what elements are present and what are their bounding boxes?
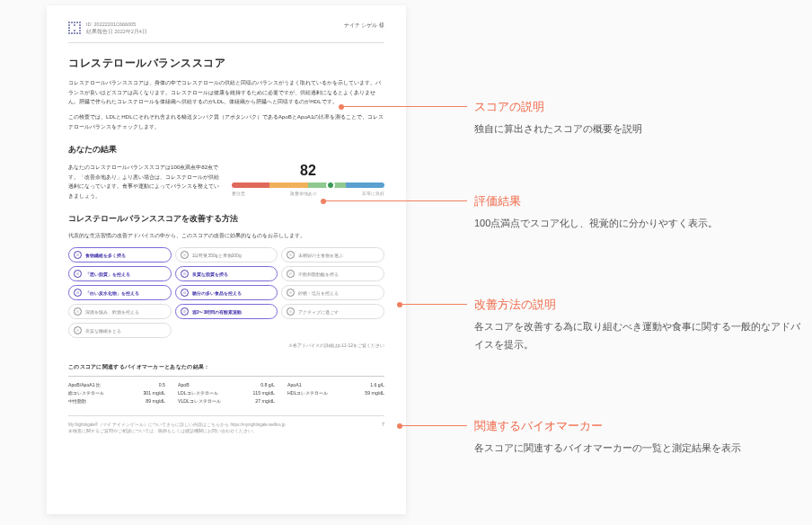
biomarker-item: 総コレステロール301 mg/dL	[68, 390, 165, 396]
id-block: ID: 20222201C666005 結果報告日 2022年2月4日	[86, 22, 147, 35]
tip-chip: 未精製の主食物を選ぶ	[281, 247, 384, 262]
biomarker-heading: このスコアに関連するバイオマーカーとあなたの結果：	[68, 364, 384, 370]
tip-label: 糖分の多い食品を控える	[192, 290, 242, 296]
page-number: 7	[382, 422, 384, 427]
annotation-desc: 独自に算出されたスコアの概要を説明	[474, 120, 642, 138]
biomarker-value: 89 mg/dL	[146, 398, 165, 405]
tip-icon	[287, 289, 295, 297]
tip-icon	[74, 270, 82, 278]
tip-chip: 1日野菜350gと果物200g	[175, 247, 278, 262]
biomarker-item: ApoA11.6 g/L	[287, 382, 384, 388]
page-footer: My Nightingale®（マイ ナイチンゲール）についてさらに詳しい内容は…	[68, 415, 384, 434]
page-header: ID: 20222201C666005 結果報告日 2022年2月4日 ナイチ …	[68, 22, 384, 43]
biomarker-item: ApoB/ApoA1 比0.5	[68, 382, 165, 388]
biomarker-item: 中性脂肪89 mg/dL	[68, 398, 165, 405]
annotation-title: 評価結果	[474, 193, 718, 209]
tip-chip: アクティブに過ごす	[281, 304, 384, 319]
biomarker-item: VLDLコレステロール27 mg/dL	[178, 398, 275, 405]
biomarker-value: 115 mg/dL	[252, 390, 275, 396]
tip-label: 未精製の主食物を選ぶ	[298, 253, 343, 258]
tip-chip: 良質な睡眠をとる	[68, 323, 172, 338]
annotation-title: 改善方法の説明	[474, 297, 807, 313]
report-page: ID: 20222201C666005 結果報告日 2022年2月4日 ナイチ …	[47, 5, 406, 514]
biomarker-value: 1.6 g/L	[370, 382, 384, 388]
tip-chip: 深酒を慎み、飲酒を控える	[68, 304, 172, 319]
tips-grid: 食物繊維を多く摂る1日野菜350gと果物200g未精製の主食物を選ぶ「悪い脂質」…	[68, 247, 384, 338]
biomarker-name: 中性脂肪	[68, 398, 86, 405]
annotation-desc: 各スコアを改善する為に取り組むべき運動や食事に関する一般的なアドバイスを提示。	[474, 318, 807, 354]
biomarker-name: ApoA1	[287, 382, 302, 388]
tip-label: 砂糖・塩分を控える	[298, 290, 339, 296]
tip-icon	[181, 251, 189, 259]
biomarker-name: 総コレステロール	[68, 390, 104, 396]
bar-label-mid: 改善余地あり	[290, 191, 317, 196]
biomarker-name: HDLコレステロール	[287, 390, 328, 396]
biomarker-item: HDLコレステロール59 mg/dL	[287, 390, 384, 396]
biomarker-name: ApoB/ApoA1 比	[68, 382, 101, 388]
biomarker-value: 0.8 g/L	[260, 382, 275, 388]
score-bar	[232, 182, 384, 188]
tip-label: 良質な脂質を摂る	[192, 271, 228, 277]
tip-label: 1日野菜350gと果物200g	[192, 253, 242, 258]
biomarker-value: 27 mg/dL	[255, 398, 275, 405]
tip-icon	[287, 270, 295, 278]
bar-label-low: 要注意	[232, 191, 245, 196]
tip-icon	[74, 251, 82, 259]
tip-chip: 「悪い脂質」を控える	[68, 266, 172, 281]
annotation-desc: 各スコアに関連するバイオマーカーの一覧と測定結果を表示	[474, 440, 741, 458]
tip-chip: 食物繊維を多く摂る	[68, 247, 172, 262]
client-name: ナイチ シゲル 様	[344, 22, 384, 30]
tip-icon	[181, 289, 189, 297]
intro-paragraph-1: コレステロールバランススコアは、身体の中でコレステロールの供給と回収のバランスが…	[68, 78, 384, 107]
annotation-title: スコアの説明	[474, 99, 642, 115]
tip-chip: 週2〜3時間の有酸素運動	[175, 304, 278, 319]
tip-label: アクティブに過ごす	[298, 309, 339, 315]
report-date: 結果報告日 2022年2月4日	[86, 29, 147, 36]
tip-label: 良質な睡眠をとる	[85, 328, 121, 334]
result-text: あなたのコレステロールバランススコアは100点満点中82点です。「改善余地あり」…	[68, 163, 219, 200]
tip-label: 食物繊維を多く摂る	[85, 253, 126, 258]
score-area: 82 要注意 改善余地あり 非常に良好	[232, 163, 384, 196]
footer-line-1: My Nightingale®（マイ ナイチンゲール）についてさらに詳しい内容は…	[68, 422, 286, 428]
tip-icon	[74, 326, 82, 334]
tip-chip: 良質な脂質を摂る	[175, 266, 278, 281]
annotation-biomarker: 関連するバイオマーカー 各スコアに関連するバイオマーカーの一覧と測定結果を表示	[400, 418, 741, 458]
result-heading: あなたの結果	[68, 144, 384, 156]
annotation-title: 関連するバイオマーカー	[474, 418, 741, 434]
annotation-result: 評価結果 100点満点でスコア化し、視覚的に分かりやすく表示。	[323, 193, 718, 233]
intro-paragraph-2: この検査では、LDLとHDLにそれぞれ含まれる輸送タンパク質（アポタンパク）であ…	[68, 112, 384, 131]
annotation-score-desc: スコアの説明 独自に算出されたスコアの概要を説明	[341, 99, 642, 138]
biomarker-item: LDLコレステロール115 mg/dL	[178, 390, 275, 396]
biomarker-name: ApoB	[178, 382, 190, 388]
tip-icon	[74, 289, 82, 297]
tip-label: 「悪い脂質」を控える	[85, 271, 130, 277]
biomarker-value: 301 mg/dL	[143, 390, 165, 396]
tip-icon	[181, 270, 189, 278]
report-id: ID: 20222201C666005	[86, 22, 147, 29]
biomarker-item: ApoB0.8 g/L	[178, 382, 275, 388]
tip-label: 深酒を慎み、飲酒を控える	[85, 309, 139, 315]
logo-icon	[68, 22, 81, 34]
tip-icon	[287, 251, 295, 259]
annotation-improve: 改善方法の説明 各スコアを改善する為に取り組むべき運動や食事に関する一般的なアド…	[400, 297, 807, 354]
page-title: コレステロールバランススコア	[68, 56, 384, 71]
tip-icon	[287, 307, 295, 316]
annotation-desc: 100点満点でスコア化し、視覚的に分かりやすく表示。	[474, 215, 718, 233]
tip-chip: 不飽和脂肪酸を摂る	[281, 266, 384, 281]
tip-label: 「白い炭水化物」を控える	[85, 290, 139, 296]
biomarker-name: LDLコレステロール	[178, 390, 218, 396]
biomarker-value: 0.5	[159, 382, 165, 388]
tip-icon	[181, 307, 189, 316]
biomarker-grid: ApoB/ApoA1 比0.5ApoB0.8 g/LApoA11.6 g/L総コ…	[68, 376, 384, 405]
tips-note: ※各アドバイスの詳細はp.11-12をご覧ください	[68, 343, 384, 348]
tip-chip: 糖分の多い食品を控える	[175, 285, 278, 300]
tip-chip: 「白い炭水化物」を控える	[68, 285, 172, 300]
tip-label: 週2〜3時間の有酸素運動	[192, 309, 243, 315]
score-marker	[326, 181, 335, 190]
tip-label: 不飽和脂肪酸を摂る	[298, 271, 339, 277]
biomarker-value: 59 mg/dL	[365, 390, 384, 396]
tip-chip: 砂糖・塩分を控える	[281, 285, 384, 300]
footer-line-2: 本検査に関するご質問やご相談については、医師もしくは健診機関にお問い合わせくださ…	[68, 428, 286, 434]
score-number: 82	[232, 163, 384, 179]
improve-sub: 代表的な生活習慣の改善アドバイスの中から、このスコアの改善に効果的なものをお示し…	[68, 232, 384, 240]
